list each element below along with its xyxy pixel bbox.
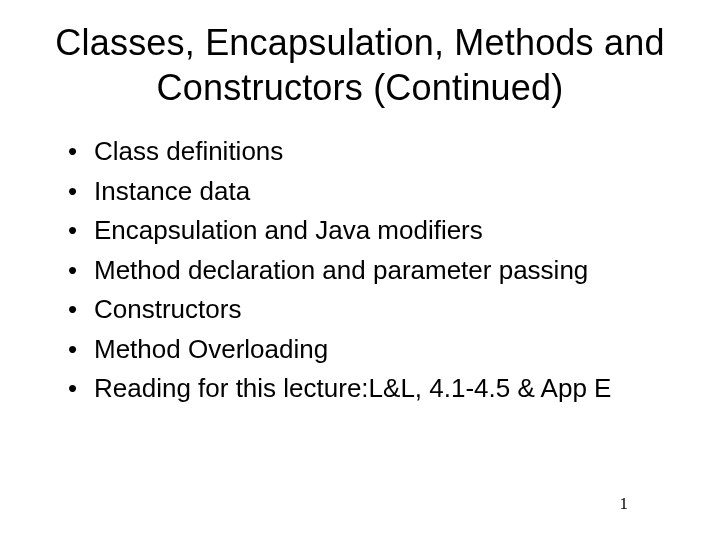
slide: Classes, Encapsulation, Methods and Cons…: [0, 0, 720, 540]
list-item: Reading for this lecture:L&L, 4.1-4.5 & …: [68, 369, 690, 409]
page-number: 1: [620, 494, 629, 514]
list-item: Class definitions: [68, 132, 690, 172]
list-item: Method declaration and parameter passing: [68, 251, 690, 291]
list-item: Encapsulation and Java modifiers: [68, 211, 690, 251]
list-item: Constructors: [68, 290, 690, 330]
list-item: Method Overloading: [68, 330, 690, 370]
list-item: Instance data: [68, 172, 690, 212]
bullet-list: Class definitions Instance data Encapsul…: [30, 132, 690, 409]
slide-title: Classes, Encapsulation, Methods and Cons…: [30, 20, 690, 110]
